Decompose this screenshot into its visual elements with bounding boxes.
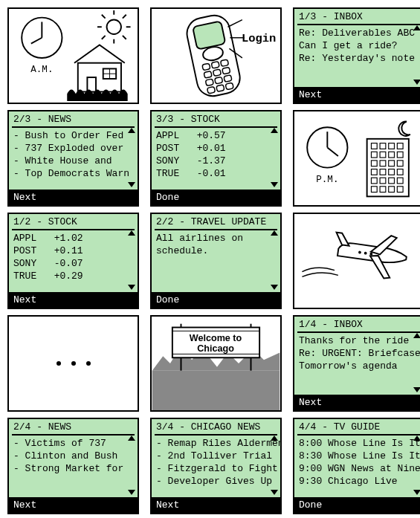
scroll-down-icon[interactable] — [271, 490, 278, 495]
list-item[interactable]: - Top Democrats Warn — [13, 167, 133, 180]
list-item[interactable]: Thanks for the ride — [299, 334, 419, 347]
evening-scene: P.M. — [293, 110, 420, 207]
scroll-up-icon[interactable] — [128, 436, 135, 441]
svg-rect-51 — [380, 161, 386, 166]
scroll-up-icon[interactable] — [128, 128, 135, 133]
text-line: schedule. — [156, 245, 276, 257]
svg-rect-47 — [380, 152, 386, 158]
done-button[interactable]: Done — [294, 497, 420, 513]
header: 4/4 - TV GUIDE — [294, 419, 420, 434]
svg-rect-44 — [389, 143, 395, 149]
list-item[interactable]: - Victims of 737 — [13, 437, 133, 450]
list-item[interactable]: Re: Deliverables ABC — [299, 27, 419, 39]
list-item[interactable]: - 737 Exploded over — [13, 142, 133, 155]
header: 2/3 - NEWS — [9, 111, 138, 126]
dot-icon — [71, 361, 76, 366]
svg-rect-57 — [397, 169, 403, 175]
header: 1/3 - INBOX — [294, 9, 420, 24]
tv-guide-screen: 4/4 - TV GUIDE 8:00 Whose Line Is It 8:3… — [293, 418, 420, 514]
next-button[interactable]: Next — [152, 497, 280, 513]
list-item[interactable]: - Clinton and Bush — [13, 450, 133, 462]
svg-rect-19 — [193, 21, 225, 49]
next-button[interactable]: Next — [9, 190, 138, 205]
list-item[interactable]: Re: URGENT: Briefcase — [299, 347, 419, 360]
list-item[interactable]: - 2nd Tolliver Trial — [156, 450, 276, 462]
list-item[interactable]: 9:00 WGN News at Nine — [299, 462, 419, 475]
svg-rect-53 — [397, 161, 403, 166]
scroll-up-icon[interactable] — [271, 436, 278, 441]
list-item[interactable]: - White House and — [13, 155, 133, 167]
list-item[interactable]: - Fitzgerald to Fight — [156, 462, 276, 475]
scroll-up-icon[interactable] — [271, 128, 278, 133]
list-item[interactable]: 8:00 Whose Line Is It — [299, 437, 419, 450]
scroll-down-icon[interactable] — [271, 285, 278, 290]
scroll-up-icon[interactable] — [413, 333, 420, 338]
morning-scene: A.M. — [7, 7, 139, 104]
svg-rect-45 — [397, 143, 403, 149]
scroll-up-icon[interactable] — [413, 436, 420, 441]
svg-rect-21 — [202, 63, 210, 71]
welcome-chicago: Welcome to Chicago — [150, 315, 282, 412]
chicago-news-screen: 3/4 - CHICAGO NEWS - Remap Riles Alderme… — [150, 418, 282, 514]
scroll-down-icon[interactable] — [413, 80, 420, 85]
scroll-up-icon[interactable] — [271, 230, 278, 236]
svg-rect-30 — [207, 86, 216, 94]
header: 3/3 - STOCK — [152, 111, 280, 126]
next-button[interactable]: Next — [294, 395, 420, 410]
svg-rect-55 — [380, 169, 386, 175]
svg-rect-28 — [215, 77, 223, 84]
header: 2/4 - NEWS — [9, 419, 138, 434]
svg-rect-43 — [380, 143, 386, 149]
svg-line-2 — [31, 38, 42, 44]
list-item[interactable]: 9:30 Chicago Live — [299, 475, 419, 488]
stock-2-screen: 1/2 - STOCK APPL +1.02 POST +0.11 SONY -… — [7, 213, 139, 309]
svg-rect-48 — [389, 152, 395, 158]
svg-rect-27 — [205, 79, 213, 86]
stock-row: TRUE -0.01 — [156, 167, 276, 180]
svg-rect-22 — [211, 62, 219, 69]
list-item[interactable]: Can I get a ride? — [299, 39, 419, 52]
inbox-1-screen: 1/3 - INBOX Re: Deliverables ABC Can I g… — [293, 7, 420, 104]
list-item[interactable]: Tomorrow's agenda — [299, 360, 419, 372]
list-item[interactable]: - Strong Market for — [13, 462, 133, 475]
scroll-down-icon[interactable] — [128, 182, 135, 187]
scroll-down-icon[interactable] — [413, 387, 420, 392]
travel-screen: 2/2 - TRAVEL UPDATE All airlines on sche… — [150, 213, 282, 309]
dot-icon — [86, 361, 91, 366]
header: 1/2 - STOCK — [9, 214, 138, 229]
svg-text:A.M.: A.M. — [30, 65, 53, 75]
airplane-scene — [293, 213, 420, 309]
svg-rect-69 — [152, 371, 280, 410]
list-item[interactable]: - Remap Riles Aldermen — [156, 437, 276, 450]
next-button[interactable]: Next — [9, 497, 138, 513]
svg-rect-26 — [222, 67, 230, 74]
svg-rect-25 — [213, 69, 221, 77]
stock-row: POST +0.01 — [156, 142, 276, 155]
scroll-up-icon[interactable] — [128, 230, 135, 236]
svg-line-33 — [227, 20, 242, 27]
scroll-down-icon[interactable] — [128, 285, 135, 290]
scroll-down-icon[interactable] — [128, 490, 135, 495]
scroll-up-icon[interactable] — [413, 25, 420, 30]
scroll-down-icon[interactable] — [271, 182, 278, 187]
svg-text:P.M.: P.M. — [316, 175, 338, 185]
list-item[interactable]: - Developer Gives Up — [156, 475, 276, 488]
stock-row: APPL +1.02 — [13, 232, 133, 245]
svg-rect-59 — [380, 178, 386, 184]
svg-rect-54 — [371, 169, 377, 175]
svg-rect-23 — [221, 59, 229, 67]
list-item[interactable]: - Bush to Order Fed — [13, 129, 133, 142]
done-button[interactable]: Done — [152, 190, 280, 205]
done-button[interactable]: Done — [152, 292, 280, 308]
svg-rect-60 — [389, 178, 395, 184]
next-button[interactable]: Next — [294, 87, 420, 103]
list-item[interactable]: 8:30 Whose Line Is It — [299, 450, 419, 462]
storyboard-grid: A.M. — [0, 0, 420, 518]
phone-login: Login — [150, 7, 282, 104]
svg-rect-50 — [371, 161, 377, 166]
list-item[interactable]: Re: Yesterday's note — [299, 52, 419, 65]
stock-row: TRUE +0.29 — [13, 270, 133, 282]
svg-point-4 — [107, 20, 121, 34]
next-button[interactable]: Next — [9, 292, 138, 308]
scroll-down-icon[interactable] — [413, 490, 420, 495]
